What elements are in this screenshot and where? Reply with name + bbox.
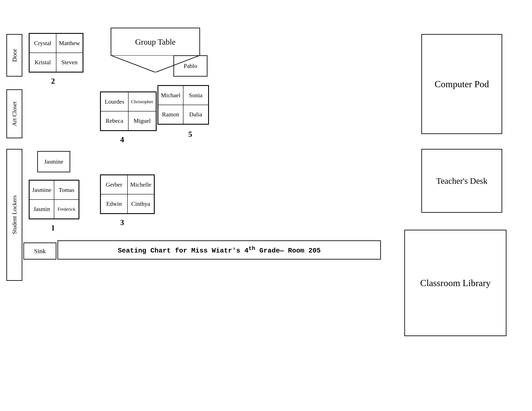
student-michael: Michael (158, 86, 183, 105)
group-5: Michael Sonia Ramon Dalia 5 (157, 85, 209, 125)
student-matthew: Matthew (56, 34, 83, 53)
room-layout: Door Art Closet Student Lockers Group Ta… (0, 0, 532, 411)
group-2-grid: Crystal Matthew Kristal Steven (29, 33, 83, 73)
student-jasmine: Jasmine (29, 180, 54, 200)
student-pablo: Pablo (173, 55, 208, 77)
group-4-number: 4 (120, 135, 124, 144)
art-closet-label: Art Closet (6, 89, 22, 138)
student-dalia: Dalia (183, 105, 208, 124)
student-gerber: Gerber (101, 175, 127, 194)
student-tomas: Tomas (54, 180, 79, 200)
student-steven: Steven (56, 53, 83, 72)
group-5-number: 5 (188, 130, 192, 139)
student-rebeca: Rebeca (101, 111, 128, 131)
group-4: Lourdes Christopher Rebeca Miguel 4 (100, 92, 157, 131)
student-jasmin: Jasmin (29, 200, 54, 219)
student-edwin: Edwin (101, 194, 127, 213)
student-cinthya: Cinthya (127, 194, 154, 213)
group-2-number: 2 (51, 77, 55, 85)
sink-label: Sink (23, 243, 57, 260)
student-frederick: Frederick (54, 200, 79, 219)
computer-pod-label: Computer Pod (421, 34, 502, 134)
group-5-grid: Michael Sonia Ramon Dalia (157, 85, 209, 125)
student-sonia: Sonia (183, 86, 208, 105)
teachers-desk-label: Teacher's Desk (421, 149, 502, 213)
group-1: Jasmine Tomas Jasmin Frederick 1 (29, 180, 79, 219)
group-3: Gerber Michelle Edwin Cinthya 3 (100, 174, 155, 214)
group-4-grid: Lourdes Christopher Rebeca Miguel (100, 92, 157, 131)
group-1-grid: Jasmine Tomas Jasmin Frederick (29, 180, 79, 219)
group-1-number: 1 (51, 223, 55, 232)
group-3-number: 3 (120, 218, 124, 227)
student-jasmine-top: Jasmine (37, 151, 70, 172)
student-lockers-label: Student Lockers (6, 149, 22, 281)
title-text: Seating Chart for Miss Wiatr's 4th Grade… (118, 245, 321, 255)
student-kristal: Kristal (29, 53, 56, 72)
group-3-grid: Gerber Michelle Edwin Cinthya (100, 174, 155, 214)
student-christopher: Christopher (128, 92, 156, 111)
student-ramon: Ramon (158, 105, 183, 124)
student-crystal: Crystal (29, 34, 56, 53)
group-table-label: Group Table (111, 28, 200, 55)
door-label: Door (6, 34, 22, 77)
student-michelle: Michelle (127, 175, 154, 194)
student-miguel: Miguel (128, 111, 156, 131)
student-lourdes: Lourdes (101, 92, 128, 111)
classroom-library-label: Classroom Library (404, 230, 506, 336)
seating-chart-title: Seating Chart for Miss Wiatr's 4th Grade… (57, 240, 381, 260)
group-2: Crystal Matthew Kristal Steven 2 (29, 33, 83, 73)
